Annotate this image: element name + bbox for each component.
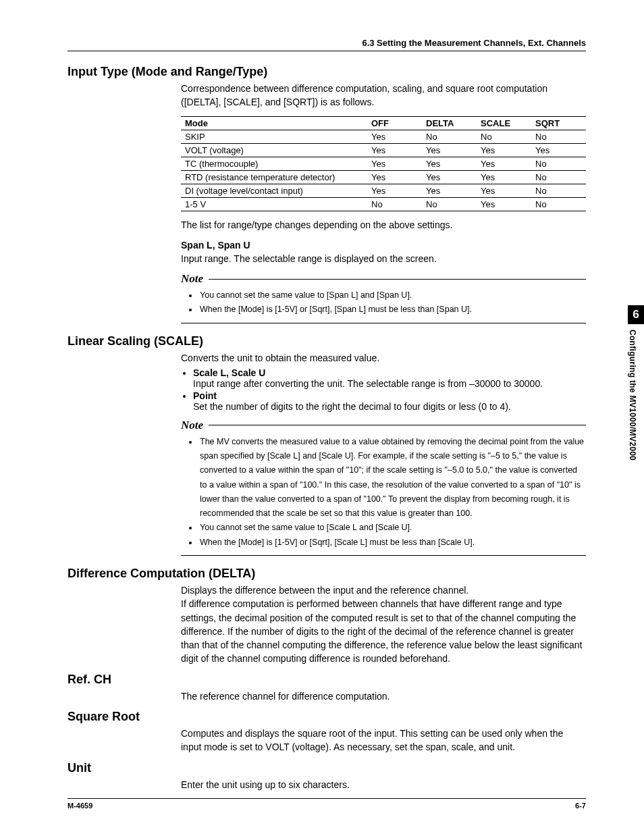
- footer-right: 6-7: [575, 802, 586, 810]
- note-block-1: Note You cannot set the same value to [S…: [181, 272, 586, 323]
- table-row: VOLT (voltage)YesYesYesYes: [181, 143, 586, 157]
- refch-heading: Ref. CH: [68, 673, 586, 687]
- table-header: DELTA: [422, 116, 477, 130]
- table-row: 1-5 VNoNoYesNo: [181, 197, 586, 211]
- note-item: You cannot set the same value to [Scale …: [198, 521, 586, 535]
- bullet-title: Point: [193, 390, 217, 401]
- bullet-title: Scale L, Scale U: [193, 367, 265, 378]
- table-cell: Yes: [477, 197, 531, 211]
- table-cell: Yes: [477, 143, 531, 157]
- table-cell: TC (thermocouple): [181, 157, 367, 170]
- table-cell: RTD (resistance temperature detector): [181, 170, 367, 184]
- table-cell: SKIP: [181, 130, 367, 143]
- page-section-header: 6.3 Setting the Measurement Channels, Ex…: [68, 38, 586, 51]
- table-cell: Yes: [367, 143, 422, 157]
- chapter-label: Configuring the MV1000/MV2000: [628, 330, 637, 461]
- table-cell: Yes: [477, 157, 531, 170]
- table-cell: Yes: [422, 170, 477, 184]
- chapter-number: 6: [628, 305, 644, 324]
- table-cell: Yes: [477, 170, 531, 184]
- table-cell: Yes: [422, 157, 477, 170]
- page: 6.3 Setting the Measurement Channels, Ex…: [0, 0, 644, 834]
- span-heading: Span L, Span U: [181, 240, 586, 251]
- table-header: OFF: [367, 116, 422, 130]
- table-cell: No: [531, 170, 586, 184]
- input-type-heading: Input Type (Mode and Range/Type): [68, 65, 586, 79]
- table-header: SQRT: [531, 116, 586, 130]
- table-header: SCALE: [477, 116, 531, 130]
- table-cell: Yes: [422, 143, 477, 157]
- delta-heading: Difference Computation (DELTA): [68, 567, 586, 581]
- table-cell: No: [477, 130, 531, 143]
- table-row: DI (voltage level/contact input)YesYesYe…: [181, 184, 586, 197]
- note-item: You cannot set the same value to [Span L…: [198, 288, 586, 303]
- note-block-2: Note The MV converts the measured value …: [181, 419, 586, 556]
- table-cell: Yes: [422, 184, 477, 197]
- span-body: Input range. The selectable range is dis…: [181, 252, 586, 265]
- table-row: RTD (resistance temperature detector)Yes…: [181, 170, 586, 184]
- table-cell: Yes: [531, 143, 586, 157]
- table-cell: No: [531, 184, 586, 197]
- table-cell: No: [422, 130, 477, 143]
- note-item: The MV converts the measured value to a …: [198, 435, 586, 521]
- table-cell: No: [422, 197, 477, 211]
- table-header: Mode: [181, 116, 367, 130]
- table-cell: VOLT (voltage): [181, 143, 367, 157]
- note-label: Note: [181, 272, 203, 286]
- table-cell: DI (voltage level/contact input): [181, 184, 367, 197]
- unit-heading: Unit: [68, 761, 586, 775]
- table-cell: No: [531, 157, 586, 170]
- input-type-intro: Correspondence between difference comput…: [181, 82, 586, 109]
- table-cell: Yes: [367, 157, 422, 170]
- note-rule: [209, 279, 586, 280]
- refch-body: The reference channel for difference com…: [181, 689, 586, 703]
- table-cell: No: [367, 197, 422, 211]
- input-type-after-table: The list for range/type changes dependin…: [181, 218, 586, 232]
- bullet-item: Scale L, Scale UInput range after conver…: [193, 367, 586, 389]
- page-footer: M-4659 6-7: [68, 798, 586, 810]
- note-item: When the [Mode] is [1-5V] or [Sqrt], [Sp…: [198, 303, 586, 317]
- bullet-body: Input range after converting the unit. T…: [193, 378, 543, 389]
- table-cell: No: [531, 130, 586, 143]
- table-cell: Yes: [367, 184, 422, 197]
- mode-table: ModeOFFDELTASCALESQRT SKIPYesNoNoNoVOLT …: [181, 116, 586, 211]
- note-rule: [209, 425, 586, 425]
- bullet-body: Set the number of digits to the right th…: [193, 401, 511, 412]
- table-cell: Yes: [477, 184, 531, 197]
- bullet-item: PointSet the number of digits to the rig…: [193, 390, 586, 412]
- table-row: SKIPYesNoNoNo: [181, 130, 586, 143]
- table-cell: Yes: [367, 170, 422, 184]
- note-item: When the [Mode] is [1-5V] or [Sqrt], [Sc…: [198, 536, 586, 550]
- delta-body: Displays the difference between the inpu…: [181, 583, 586, 666]
- linear-scaling-heading: Linear Scaling (SCALE): [68, 334, 586, 348]
- sqrt-heading: Square Root: [68, 710, 586, 724]
- footer-left: M-4659: [68, 802, 92, 810]
- table-cell: No: [531, 197, 586, 211]
- sqrt-body: Computes and displays the square root of…: [181, 727, 586, 754]
- table-cell: 1-5 V: [181, 197, 367, 211]
- chapter-tab: 6 Configuring the MV1000/MV2000: [628, 305, 644, 461]
- note-label: Note: [181, 419, 203, 432]
- linear-scaling-intro: Converts the unit to obtain the measured…: [181, 351, 586, 365]
- unit-body: Enter the unit using up to six character…: [181, 778, 586, 791]
- table-row: TC (thermocouple)YesYesYesNo: [181, 157, 586, 170]
- table-cell: Yes: [367, 130, 422, 143]
